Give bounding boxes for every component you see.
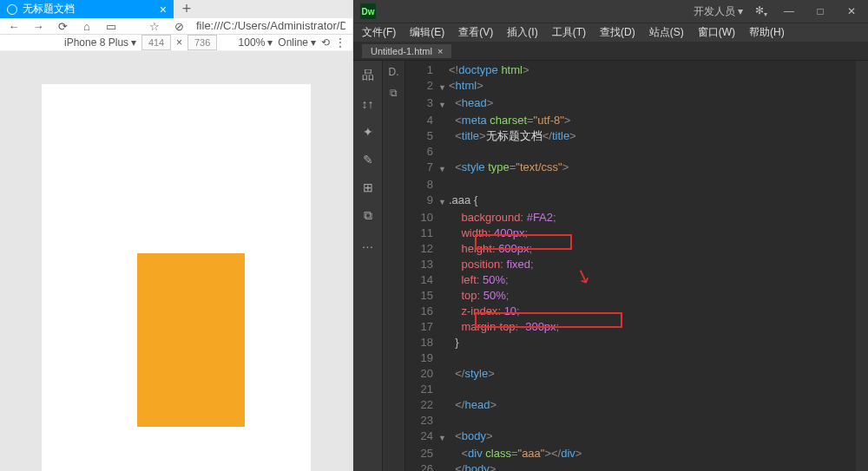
fold-icon[interactable] <box>438 319 449 335</box>
height-input[interactable] <box>187 35 217 50</box>
code-line[interactable]: 9▼.aaa { <box>405 193 868 210</box>
fold-icon[interactable]: ▼ <box>438 160 449 177</box>
rail-icon-wand[interactable]: ✎ <box>363 153 373 167</box>
menu-file[interactable]: 文件(F) <box>362 25 396 40</box>
menu-edit[interactable]: 编辑(E) <box>410 25 444 40</box>
fold-icon[interactable]: ▼ <box>438 78 449 95</box>
code-line[interactable]: 3▼ <head> <box>405 95 868 113</box>
code-line[interactable]: 10 background: #FA2; <box>405 210 868 226</box>
reload-button[interactable]: ⟳ <box>56 20 69 33</box>
mini-rail-icon-2[interactable]: ⧉ <box>390 87 398 99</box>
home-button[interactable]: ⌂ <box>80 20 94 33</box>
code-line[interactable]: 17 margin-top: -300px; <box>405 319 868 335</box>
rotate-icon[interactable]: ⟲ <box>321 36 330 49</box>
network-dropdown[interactable]: Online ▾ <box>278 36 316 49</box>
maximize-button[interactable]: □ <box>811 5 830 17</box>
code-line[interactable]: 14 left: 50%; <box>405 272 868 288</box>
code-line[interactable]: 13 position: fixed; <box>405 257 868 272</box>
rail-icon-more[interactable]: … <box>362 237 374 251</box>
fold-icon[interactable]: ▼ <box>438 95 449 113</box>
workspace-dropdown[interactable]: 开发人员 ▾ <box>694 4 743 19</box>
rail-icon-swap[interactable]: ↕↑ <box>362 97 374 111</box>
reader-button[interactable]: ▭ <box>104 20 118 33</box>
line-number: 19 <box>405 350 438 366</box>
mini-rail-icon-1[interactable]: D. <box>389 66 399 78</box>
fold-icon[interactable] <box>438 257 449 272</box>
zoom-dropdown[interactable]: 100% ▾ <box>239 36 273 49</box>
doc-tab-close[interactable]: × <box>437 46 443 56</box>
line-number: 12 <box>405 241 438 257</box>
fold-icon[interactable] <box>438 461 449 471</box>
bookmark-icon[interactable]: ☆ <box>148 20 161 33</box>
fold-icon[interactable] <box>438 304 449 319</box>
code-line[interactable]: 1<!doctype html> <box>405 62 868 78</box>
fold-icon[interactable] <box>438 413 449 428</box>
minimize-button[interactable]: — <box>779 5 799 17</box>
code-line[interactable]: 20 </style> <box>405 366 868 382</box>
menu-tools[interactable]: 工具(T) <box>552 25 586 40</box>
fold-icon[interactable]: ▼ <box>438 428 449 446</box>
fold-icon[interactable] <box>438 272 449 288</box>
fold-icon[interactable] <box>438 128 449 144</box>
code-line[interactable]: 22 </head> <box>405 397 868 413</box>
code-line[interactable]: 7▼ <style type="text/css"> <box>405 160 868 177</box>
rail-icon-wrap[interactable]: ⧉ <box>364 208 372 223</box>
menu-site[interactable]: 站点(S) <box>649 25 684 40</box>
code-line[interactable]: 21 <box>405 382 868 397</box>
code-content: top: 50%; <box>449 288 868 304</box>
code-line[interactable]: 12 height: 600px; <box>405 241 868 257</box>
fold-icon[interactable] <box>438 382 449 397</box>
fold-icon[interactable] <box>438 350 449 366</box>
rail-icon-star[interactable]: ✦ <box>363 125 373 139</box>
fold-icon[interactable] <box>438 226 449 241</box>
menu-help[interactable]: 帮助(H) <box>749 25 785 40</box>
fold-icon[interactable] <box>438 335 449 350</box>
url-text[interactable]: file:///C:/Users/Administrator/Desktop/新 <box>196 18 345 34</box>
code-line[interactable]: 6 <box>405 144 868 160</box>
fold-icon[interactable] <box>438 288 449 304</box>
code-line[interactable]: 11 width: 400px; <box>405 226 868 241</box>
code-line[interactable]: 8 <box>405 177 868 193</box>
forward-button[interactable]: → <box>31 20 45 33</box>
menu-window[interactable]: 窗口(W) <box>698 25 735 40</box>
code-line[interactable]: 26 </body> <box>405 461 868 471</box>
menu-insert[interactable]: 插入(I) <box>507 25 537 40</box>
menu-view[interactable]: 查看(V) <box>458 25 493 40</box>
fold-icon[interactable] <box>438 113 449 128</box>
rendered-div-aaa <box>137 253 245 427</box>
code-line[interactable]: 18 } <box>405 335 868 350</box>
code-line[interactable]: 23 <box>405 413 868 428</box>
document-tab[interactable]: Untitled-1.html × <box>362 44 451 58</box>
code-editor[interactable]: ↘ 1<!doctype html>2▼<html>3▼ <head>4 <me… <box>405 61 868 471</box>
code-line[interactable]: 5 <title>无标题文档</title> <box>405 128 868 144</box>
rail-icon-grid[interactable]: ⊞ <box>363 180 373 194</box>
fold-icon[interactable] <box>438 144 449 160</box>
fold-icon[interactable] <box>438 210 449 226</box>
device-dropdown[interactable]: iPhone 8 Plus ▾ <box>64 36 136 49</box>
code-line[interactable]: 2▼<html> <box>405 78 868 95</box>
code-line[interactable]: 19 <box>405 350 868 366</box>
fold-icon[interactable] <box>438 241 449 257</box>
back-button[interactable]: ← <box>7 20 21 33</box>
fold-icon[interactable] <box>438 177 449 193</box>
width-input[interactable] <box>141 35 171 50</box>
fold-icon[interactable] <box>438 446 449 461</box>
fold-icon[interactable]: ▼ <box>438 193 449 210</box>
code-line[interactable]: 16 z-index: 10; <box>405 304 868 319</box>
code-line[interactable]: 15 top: 50%; <box>405 288 868 304</box>
fold-icon[interactable] <box>438 397 449 413</box>
tab-close-button[interactable]: × <box>160 3 167 16</box>
editor-scrollbar[interactable] <box>856 61 868 471</box>
code-line[interactable]: 4 <meta charset="utf-8"> <box>405 113 868 128</box>
rail-icon-files[interactable]: 品 <box>362 68 374 83</box>
code-line[interactable]: 24▼ <body> <box>405 428 868 446</box>
fold-icon[interactable] <box>438 366 449 382</box>
new-tab-button[interactable]: + <box>174 0 200 18</box>
kebab-icon[interactable]: ⋮ <box>335 36 345 49</box>
menu-find[interactable]: 查找(D) <box>600 25 635 40</box>
fold-icon[interactable] <box>438 62 449 78</box>
browser-tab-active[interactable]: 无标题文档 × <box>0 0 174 18</box>
gear-icon[interactable]: ✻▾ <box>755 4 767 18</box>
close-button[interactable]: ✕ <box>842 5 861 17</box>
code-line[interactable]: 25 <div class="aaa"></div> <box>405 446 868 461</box>
